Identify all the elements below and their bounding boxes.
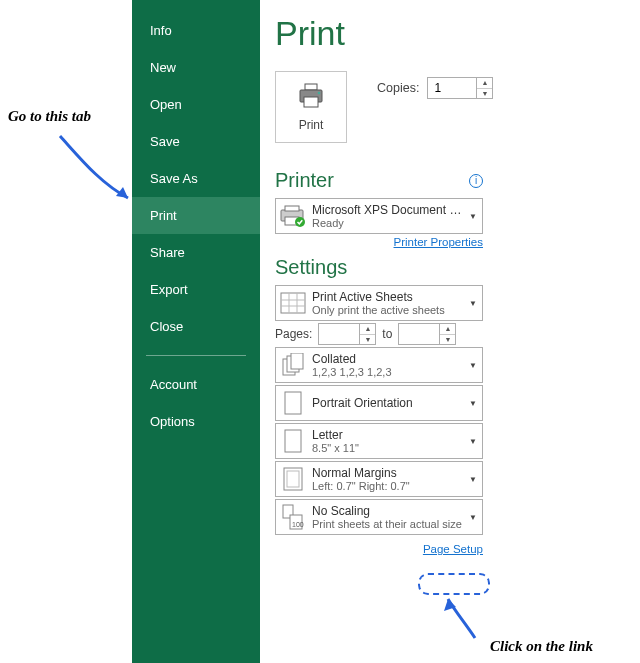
copies-label: Copies: xyxy=(377,81,419,95)
margins-dropdown[interactable]: Normal Margins Left: 0.7" Right: 0.7" ▼ xyxy=(275,461,483,497)
page-setup-link[interactable]: Page Setup xyxy=(423,543,483,555)
orientation-dropdown[interactable]: Portrait Orientation ▼ xyxy=(275,385,483,421)
svg-rect-2 xyxy=(304,97,318,107)
settings-section-title: Settings xyxy=(275,256,635,279)
pages-to-input[interactable] xyxy=(399,324,439,344)
annotation-highlight-box xyxy=(418,573,490,595)
svg-text:100: 100 xyxy=(292,521,304,528)
paper-sub: 8.5" x 11" xyxy=(312,442,462,454)
chevron-down-icon: ▼ xyxy=(464,286,482,320)
info-icon[interactable]: i xyxy=(469,174,483,188)
spinner-down-icon[interactable]: ▼ xyxy=(440,335,455,345)
sidebar-divider xyxy=(146,355,246,356)
sidebar-item-close[interactable]: Close xyxy=(132,308,260,345)
print-button-label: Print xyxy=(299,118,324,132)
sidebar-item-share[interactable]: Share xyxy=(132,234,260,271)
scaling-dropdown[interactable]: 100 No Scaling Print sheets at their act… xyxy=(275,499,483,535)
sidebar-item-saveas[interactable]: Save As xyxy=(132,160,260,197)
chevron-down-icon: ▼ xyxy=(464,424,482,458)
sidebar-item-account[interactable]: Account xyxy=(132,366,260,403)
print-what-title: Print Active Sheets xyxy=(312,290,462,304)
sidebar-item-print[interactable]: Print xyxy=(132,197,260,234)
spinner-up-icon[interactable]: ▲ xyxy=(360,324,375,335)
scaling-sub: Print sheets at their actual size xyxy=(312,518,462,530)
annotation-goto-tab: Go to this tab xyxy=(8,108,91,125)
svg-rect-8 xyxy=(281,293,305,313)
sidebar-item-save[interactable]: Save xyxy=(132,123,260,160)
printer-name: Microsoft XPS Document W… xyxy=(312,203,462,217)
paper-title: Letter xyxy=(312,428,462,442)
print-what-sub: Only print the active sheets xyxy=(312,304,462,316)
spinner-up-icon[interactable]: ▲ xyxy=(440,324,455,335)
spinner-down-icon[interactable]: ▼ xyxy=(360,335,375,345)
collate-title: Collated xyxy=(312,352,462,366)
svg-rect-5 xyxy=(285,206,299,211)
chevron-down-icon: ▼ xyxy=(464,462,482,496)
collate-sub: 1,2,3 1,2,3 1,2,3 xyxy=(312,366,462,378)
orientation-title: Portrait Orientation xyxy=(312,396,462,410)
pages-from-input[interactable] xyxy=(319,324,359,344)
pages-to-spinner[interactable]: ▲ ▼ xyxy=(398,323,456,345)
copies-spinner[interactable]: ▲ ▼ xyxy=(427,77,493,99)
pages-to-label: to xyxy=(382,327,392,341)
paper-dropdown[interactable]: Letter 8.5" x 11" ▼ xyxy=(275,423,483,459)
sidebar-item-options[interactable]: Options xyxy=(132,403,260,440)
sheets-icon xyxy=(276,286,310,320)
printer-status: Ready xyxy=(312,217,462,229)
pages-label: Pages: xyxy=(275,327,312,341)
pages-from-spinner[interactable]: ▲ ▼ xyxy=(318,323,376,345)
page-title: Print xyxy=(275,14,635,53)
spinner-up-icon[interactable]: ▲ xyxy=(477,78,492,89)
paper-icon xyxy=(276,424,310,458)
sidebar-item-export[interactable]: Export xyxy=(132,271,260,308)
print-panel: Print Print Copies: ▲ ▼ xyxy=(275,0,635,557)
margins-icon xyxy=(276,462,310,496)
copies-input[interactable] xyxy=(428,78,476,98)
svg-point-3 xyxy=(318,91,321,94)
spinner-down-icon[interactable]: ▼ xyxy=(477,89,492,99)
svg-rect-15 xyxy=(291,353,303,369)
chevron-down-icon: ▼ xyxy=(464,386,482,420)
sidebar-item-new[interactable]: New xyxy=(132,49,260,86)
svg-rect-16 xyxy=(285,392,301,414)
print-button[interactable]: Print xyxy=(275,71,347,143)
sidebar-item-open[interactable]: Open xyxy=(132,86,260,123)
backstage-sidebar: Info New Open Save Save As Print Share E… xyxy=(132,0,260,663)
portrait-icon xyxy=(276,386,310,420)
annotation-click-link: Click on the link xyxy=(490,638,593,655)
arrow-annotation-icon xyxy=(430,593,490,643)
chevron-down-icon: ▼ xyxy=(464,500,482,534)
margins-sub: Left: 0.7" Right: 0.7" xyxy=(312,480,462,492)
printer-section-title: Printer xyxy=(275,169,334,192)
printer-device-icon xyxy=(276,199,310,233)
collate-dropdown[interactable]: Collated 1,2,3 1,2,3 1,2,3 ▼ xyxy=(275,347,483,383)
scaling-title: No Scaling xyxy=(312,504,462,518)
collate-icon xyxy=(276,348,310,382)
scaling-icon: 100 xyxy=(276,500,310,534)
printer-dropdown[interactable]: Microsoft XPS Document W… Ready ▼ xyxy=(275,198,483,234)
svg-rect-0 xyxy=(305,84,317,90)
margins-title: Normal Margins xyxy=(312,466,462,480)
printer-properties-link[interactable]: Printer Properties xyxy=(275,236,483,248)
chevron-down-icon: ▼ xyxy=(464,348,482,382)
chevron-down-icon: ▼ xyxy=(464,199,482,233)
arrow-annotation-icon xyxy=(40,128,140,218)
sidebar-item-info[interactable]: Info xyxy=(132,12,260,49)
printer-icon xyxy=(297,83,325,112)
print-what-dropdown[interactable]: Print Active Sheets Only print the activ… xyxy=(275,285,483,321)
svg-rect-17 xyxy=(285,430,301,452)
